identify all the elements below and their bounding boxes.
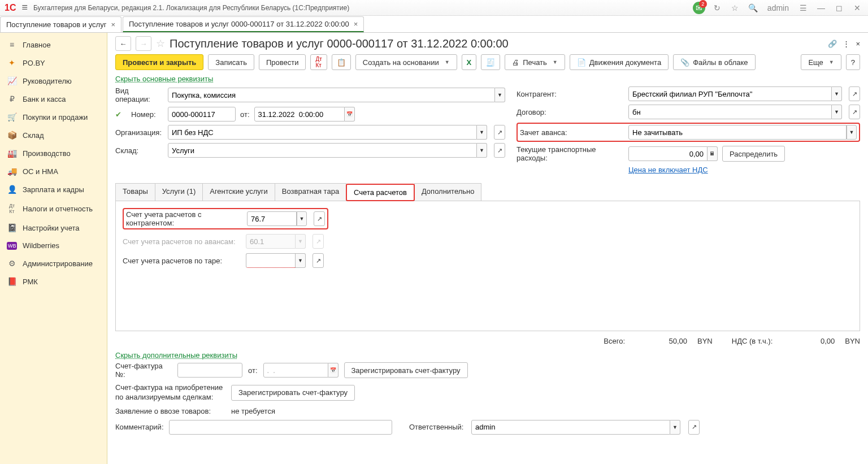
sidebar-item-poby[interactable]: ✦PO.BY xyxy=(0,54,107,72)
contract-input[interactable] xyxy=(628,105,832,119)
register-sf-button2[interactable]: Зарегистрировать счет-фактуру xyxy=(231,385,355,401)
org-dropdown[interactable]: ▼ xyxy=(477,125,487,140)
advance-dropdown[interactable]: ▼ xyxy=(847,125,857,140)
date-input[interactable] xyxy=(254,107,345,122)
nav-forward-button[interactable]: → xyxy=(136,36,151,51)
calendar-icon[interactable]: 📅 xyxy=(328,363,338,378)
warehouse-input[interactable] xyxy=(168,143,477,158)
history-icon[interactable]: ↻ xyxy=(711,2,723,14)
create-based-button[interactable]: Создать на основании▼ xyxy=(355,54,457,70)
sidebar-item-tax[interactable]: ДтКтНалоги и отчетность xyxy=(0,198,107,219)
link-icon[interactable]: 🔗 xyxy=(828,40,837,48)
number-input[interactable] xyxy=(168,107,236,122)
sidebar-item-bank[interactable]: ₽Банк и касса xyxy=(0,90,107,108)
help-button[interactable]: ? xyxy=(846,54,860,70)
advance-input[interactable] xyxy=(628,125,847,140)
account-open-button[interactable]: ↗ xyxy=(313,253,324,268)
dtkt-icon: ДтКт xyxy=(7,203,17,214)
counterparty-input[interactable] xyxy=(628,86,832,101)
more-button[interactable]: Еще▼ xyxy=(801,54,841,70)
accounts-panel: Счет учета расчетов с контрагентом: ▼ ↗ … xyxy=(115,201,860,331)
minimize-icon[interactable]: — xyxy=(815,2,827,14)
sidebar-item-hr[interactable]: 👤Зарплата и кадры xyxy=(0,180,107,198)
sidebar-item-assets[interactable]: 🚚ОС и НМА xyxy=(0,162,107,180)
responsible-open-button[interactable]: ↗ xyxy=(688,420,700,435)
hide-requisites-link[interactable]: Скрыть основные реквизиты xyxy=(115,75,213,83)
distribute-button[interactable]: Распределить xyxy=(722,146,785,162)
advance-row-highlighted: Зачет аванса: ▼ xyxy=(517,123,860,142)
write-button[interactable]: Записать xyxy=(208,54,254,70)
register-sf-button[interactable]: Зарегистрировать счет-фактуру xyxy=(344,362,468,378)
detail-tabs: Товары Услуги (1) Агентские услуги Возвр… xyxy=(115,183,860,201)
account-dropdown[interactable]: ▼ xyxy=(297,211,307,226)
sidebar-item-admin[interactable]: ⚙Администрирование xyxy=(0,254,107,272)
vat-mode-link[interactable]: Цена не включает НДС xyxy=(628,166,708,174)
contract-open-button[interactable]: ↗ xyxy=(849,105,860,119)
hide-additional-link[interactable]: Скрыть дополнительные реквизиты xyxy=(115,351,237,359)
sidebar-item-wb[interactable]: WBWildberries xyxy=(0,237,107,254)
tab-additional[interactable]: Дополнительно xyxy=(414,183,482,201)
warehouse-open-button[interactable]: ↗ xyxy=(494,143,505,158)
account-tare-input[interactable] xyxy=(246,253,296,268)
dtkt-button[interactable]: ДтКт xyxy=(310,54,327,70)
menu-icon[interactable]: ≡ xyxy=(21,2,28,14)
counterparty-open-button[interactable]: ↗ xyxy=(849,86,860,101)
post-close-button[interactable]: Провести и закрыть xyxy=(115,54,203,70)
responsible-dropdown[interactable]: ▼ xyxy=(670,420,680,435)
op-type-input[interactable] xyxy=(168,88,495,102)
sidebar-item-trade[interactable]: 🛒Покупки и продажи xyxy=(0,108,107,126)
copy-button[interactable]: 📋 xyxy=(332,54,351,70)
vat-label: НДС (в т.ч.): xyxy=(732,337,773,345)
tab-agent[interactable]: Агентские услуги xyxy=(202,183,275,201)
comment-input[interactable] xyxy=(169,420,392,435)
print-button[interactable]: 🖨Печать▼ xyxy=(505,54,565,70)
close-icon[interactable]: ✕ xyxy=(851,2,863,14)
org-input[interactable] xyxy=(168,125,477,140)
transport-input[interactable] xyxy=(628,146,708,161)
user-label[interactable]: admin xyxy=(765,2,791,14)
tab-accounts[interactable]: Счета расчетов xyxy=(346,184,415,201)
tab-tare[interactable]: Возвратная тара xyxy=(275,183,346,201)
sidebar-item-settings[interactable]: 📓Настройки учета xyxy=(0,219,107,237)
sidebar-item-main[interactable]: ≡Главное xyxy=(0,36,107,54)
excel-button[interactable]: X xyxy=(462,54,477,70)
account-open-button[interactable]: ↗ xyxy=(314,211,325,226)
dtkt-icon: ДтКт xyxy=(315,56,322,68)
movements-button[interactable]: 📄Движения документа xyxy=(570,54,669,70)
nav-back-button[interactable]: ← xyxy=(115,36,131,51)
counterparty-dropdown[interactable]: ▼ xyxy=(832,86,842,101)
op-type-dropdown[interactable]: ▼ xyxy=(495,88,505,102)
vat-value: 0,00 xyxy=(780,337,837,345)
notifications-icon[interactable]: ✉2 xyxy=(693,2,705,14)
tab-services[interactable]: Услуги (1) xyxy=(155,183,203,201)
warehouse-dropdown[interactable]: ▼ xyxy=(477,143,487,158)
settings-icon[interactable]: ☰ xyxy=(797,2,809,14)
search-icon[interactable]: 🔍 xyxy=(747,2,760,14)
more-icon[interactable]: ⋮ xyxy=(843,40,850,48)
maximize-icon[interactable]: ◻ xyxy=(833,2,845,14)
sidebar-item-rmk[interactable]: 📕РМК xyxy=(0,272,107,290)
tab-close-icon[interactable]: × xyxy=(354,20,358,28)
calc-icon[interactable]: 🖩 xyxy=(708,146,718,161)
files-button[interactable]: 📎Файлы в облаке xyxy=(673,54,755,70)
receipt-button[interactable]: 🧾 xyxy=(481,54,500,70)
doc-tab-list[interactable]: Поступление товаров и услуг × xyxy=(0,16,121,32)
contract-dropdown[interactable]: ▼ xyxy=(832,105,842,119)
tab-close-icon[interactable]: × xyxy=(111,20,115,29)
calendar-icon[interactable]: 📅 xyxy=(345,107,355,122)
org-open-button[interactable]: ↗ xyxy=(494,125,505,140)
sf-num-input[interactable] xyxy=(177,363,242,378)
favorite-icon[interactable]: ☆ xyxy=(729,2,741,14)
doc-tab-current[interactable]: Поступление товаров и услуг 0000-000117 … xyxy=(123,16,364,32)
favorite-star-icon[interactable]: ☆ xyxy=(156,37,165,50)
account-counterparty-input[interactable] xyxy=(247,211,297,226)
sidebar-item-production[interactable]: 🏭Производство xyxy=(0,144,107,162)
tab-goods[interactable]: Товары xyxy=(115,183,155,201)
sf-date-input[interactable] xyxy=(263,363,328,378)
post-button[interactable]: Провести xyxy=(259,54,306,70)
sidebar-item-manager[interactable]: 📈Руководителю xyxy=(0,72,107,90)
sidebar-item-warehouse[interactable]: 📦Склад xyxy=(0,126,107,144)
close-page-icon[interactable]: × xyxy=(856,40,860,48)
account-dropdown[interactable]: ▼ xyxy=(296,253,306,268)
responsible-input[interactable] xyxy=(471,420,670,435)
